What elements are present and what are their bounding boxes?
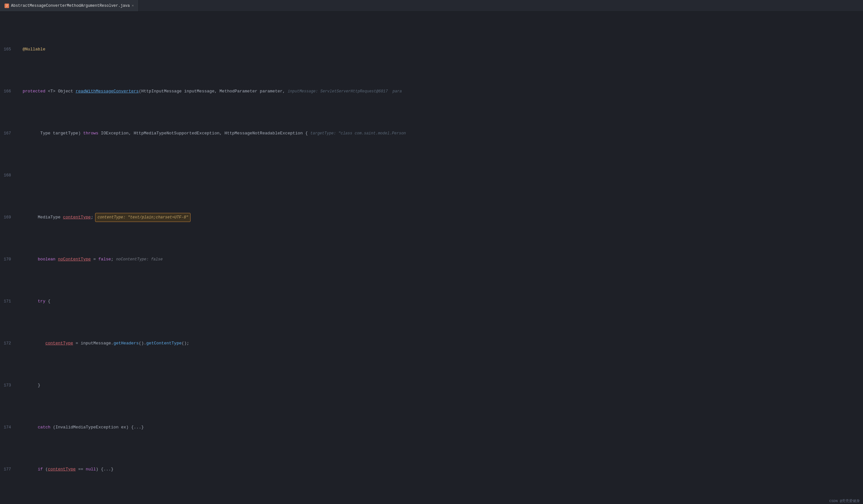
code-line-166: 166 protected <T> Object readWithMessage… [1, 87, 863, 95]
code-line-174: 174 catch (InvalidMediaTypeException ex)… [1, 423, 863, 431]
close-tab-button[interactable]: × [132, 4, 134, 8]
code-line-168: 168 [1, 171, 863, 180]
code-line-169: 169 MediaType contentType ; contentType:… [1, 213, 863, 222]
editor-area: 165 @Nullable 166 protected <T> Object r… [0, 12, 863, 504]
tab-filename: AbstractMessageConverterMethodArgumentRe… [11, 3, 130, 8]
code-line-171: 171 try { [1, 297, 863, 306]
tab-bar: J AbstractMessageConverterMethodArgument… [0, 0, 863, 12]
active-tab[interactable]: J AbstractMessageConverterMethodArgument… [0, 0, 139, 11]
editor-main: 165 @Nullable 166 protected <T> Object r… [0, 12, 863, 504]
content-type-hint: contentType: "text/plain;charset=UTF-8" [95, 213, 190, 222]
bottom-bar: CSDN @秃秃爱健身 [826, 498, 863, 504]
code-line-170: 170 boolean noContentType = false ; noCo… [1, 255, 863, 263]
code-line-177: 177 if ( contentType == null ) { ...} [1, 465, 863, 474]
code-line-172: 172 contentType = inputMessage. getHeade… [1, 339, 863, 348]
code-line-173: 173 } [1, 381, 863, 390]
code-line-165: 165 @Nullable [1, 45, 863, 54]
code-line-167: 167 Type targetType) throws IOException,… [1, 129, 863, 138]
code-content[interactable]: 165 @Nullable 166 protected <T> Object r… [0, 12, 863, 504]
java-file-icon: J [4, 3, 9, 8]
